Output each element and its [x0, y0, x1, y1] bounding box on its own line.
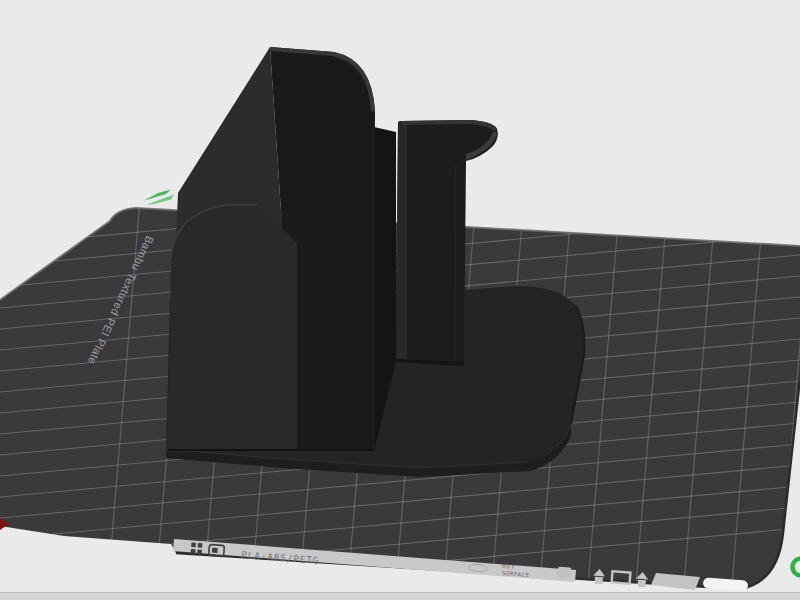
- hot-surface-label-line1: HOT: [502, 563, 516, 570]
- green-ring-marker: [793, 559, 800, 576]
- viewport-canvas[interactable]: Bambu Textured PEI Plate PLA·ABS/PETG HO…: [0, 0, 800, 600]
- green-logo-marker: [143, 190, 174, 206]
- strip-end-cap: [558, 567, 572, 579]
- hot-surface-label-line2: SURFACE: [502, 570, 530, 578]
- heatbed-front-edge: [0, 592, 800, 600]
- model-back-wall: [167, 47, 375, 452]
